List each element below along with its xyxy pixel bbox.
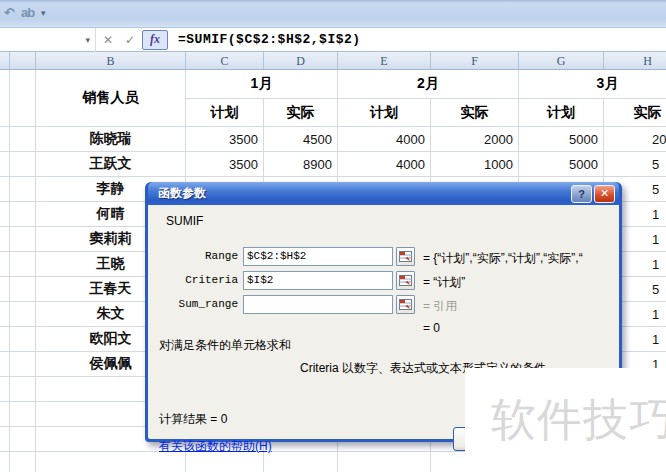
range-selector-icon[interactable] [396,247,415,266]
column-header-e[interactable]: E [338,52,431,70]
formula-bar: ▾ ✕ ✓ fx =SUMIF($C$2:$H$2,$I$2) [0,28,666,52]
cell[interactable] [10,377,36,402]
cell-a[interactable] [10,252,36,277]
chevron-down-icon[interactable]: ▾ [85,35,90,45]
row-stub [0,327,10,352]
cell[interactable] [186,452,264,472]
range-field-row: Range $C$2:$H$2 = {“计划”,“实际”,“计划”,“实际”,“ [148,247,619,267]
row-stub [0,427,10,452]
cell-a[interactable] [10,152,36,177]
column-header-a[interactable] [10,52,36,70]
cell-a[interactable] [10,302,36,327]
cancel-formula-icon[interactable]: ✕ [98,30,118,50]
cell-a[interactable] [10,127,36,152]
range-selector-icon[interactable] [396,295,415,314]
formula-result-value: = 0 [423,321,440,335]
cell[interactable] [10,427,36,452]
row-stub [0,452,10,472]
header-a-cell[interactable] [10,70,36,127]
name-box[interactable]: ▾ [0,28,96,52]
enter-formula-icon[interactable]: ✓ [120,30,140,50]
sum-range-field-row: Sum_range = 引用 [148,295,619,315]
cell[interactable] [36,452,186,472]
row-stub [0,227,10,252]
cell-name[interactable]: 王跃文 [36,152,186,177]
row-stub [0,302,10,327]
header-actual-feb[interactable]: 实际 [431,99,519,127]
row-stub [0,252,10,277]
cell-mar-actual[interactable]: 20 [604,127,666,152]
cell-jan-plan[interactable]: 3500 [186,127,264,152]
header-month-2[interactable]: 2月 [338,70,519,99]
cell-jan-plan[interactable]: 3500 [186,152,264,177]
table-row: 王跃文 3500 8900 4000 1000 5000 5 [0,152,666,177]
table-row: 陈晓瑞 3500 4500 4000 2000 5000 20 [0,127,666,152]
row-stub [0,402,10,427]
cell-a[interactable] [10,177,36,202]
criteria-input[interactable]: $I$2 [243,271,393,290]
cell[interactable] [338,452,431,472]
cell[interactable] [10,452,36,472]
insert-function-icon[interactable]: fx [142,30,168,50]
quick-access-toolbar: ↶ ab ▾ [4,5,46,20]
cell-feb-actual[interactable]: 1000 [431,152,519,177]
function-help-link[interactable]: 有关该函数的帮助(H) [159,438,272,455]
column-headers: B C D E F G H [0,52,666,70]
formula-input[interactable]: =SUMIF($C$2:$H$2,$I$2) [178,32,361,47]
font-tool-icon[interactable]: ab [21,5,34,20]
cell-a[interactable] [10,227,36,252]
column-header-c[interactable]: C [186,52,264,70]
function-description: 对满足条件的单元格求和 [159,337,291,354]
ribbon-strip: ↶ ab ▾ [0,0,666,28]
range-selector-icon[interactable] [396,271,415,290]
sum-range-label: Sum_range [160,298,238,310]
cell[interactable] [264,452,338,472]
cell-mar-actual[interactable]: 5 [604,152,666,177]
header-plan-feb[interactable]: 计划 [338,99,431,127]
row-stub [0,127,10,152]
header-salesperson[interactable]: 销售人员 [36,70,186,127]
header-stub-cell [0,70,10,127]
cell-name[interactable]: 陈晓瑞 [36,127,186,152]
column-header-f[interactable]: F [431,52,519,70]
column-header-b[interactable]: B [36,52,186,70]
column-header-g[interactable]: G [519,52,604,70]
chevron-down-icon[interactable]: ▾ [41,8,46,18]
watermark-text: 软件技巧 [465,390,666,450]
sum-range-input[interactable] [243,295,393,314]
cell-a[interactable] [10,352,36,377]
range-input[interactable]: $C$2:$H$2 [243,247,393,266]
header-plan-mar[interactable]: 计划 [519,99,604,127]
cell-mar-plan[interactable]: 5000 [519,127,604,152]
criteria-field-row: Criteria $I$2 = “计划” [148,271,619,291]
cell-feb-plan[interactable]: 4000 [338,127,431,152]
column-header-h[interactable]: H [604,52,666,70]
cell-mar-plan[interactable]: 5000 [519,152,604,177]
help-button[interactable]: ? [571,185,592,203]
header-plan-jan[interactable]: 计划 [186,99,264,127]
header-actual-mar[interactable]: 实际 [604,99,666,127]
cell-feb-actual[interactable]: 2000 [431,127,519,152]
row-stub [0,377,10,402]
criteria-label: Criteria [160,274,238,286]
dialog-title: 函数参数 [158,185,569,202]
range-label: Range [160,250,238,262]
undo-icon[interactable]: ↶ [4,5,14,20]
header-month-3[interactable]: 3月 [519,70,666,99]
cell[interactable] [10,402,36,427]
row-stub [0,277,10,302]
cell-feb-plan[interactable]: 4000 [338,152,431,177]
row-stub [0,202,10,227]
cell-a[interactable] [10,202,36,227]
sum-range-result: = 引用 [423,298,618,315]
column-header-d[interactable]: D [264,52,338,70]
column-header-stub [0,52,10,70]
cell-a[interactable] [10,327,36,352]
close-icon[interactable]: ✕ [594,185,615,203]
dialog-title-bar[interactable]: 函数参数 ? ✕ [148,182,619,205]
cell-a[interactable] [10,277,36,302]
header-month-1[interactable]: 1月 [186,70,338,99]
cell-jan-actual[interactable]: 4500 [264,127,338,152]
cell-jan-actual[interactable]: 8900 [264,152,338,177]
header-actual-jan[interactable]: 实际 [264,99,338,127]
